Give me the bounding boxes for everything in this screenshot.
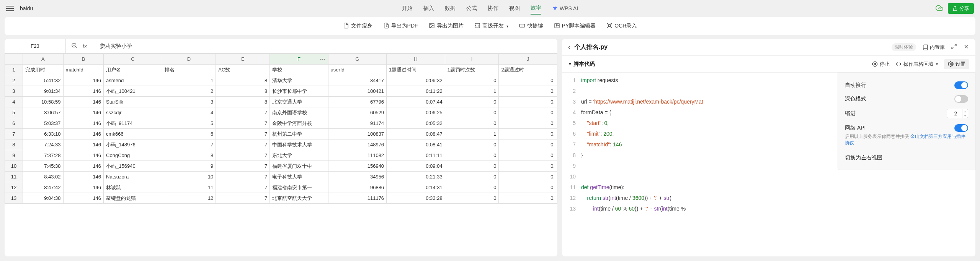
cell[interactable]: 敲键盘的龙猫	[104, 193, 162, 204]
cell[interactable]: 福建省厦门双十中	[270, 161, 328, 172]
cell[interactable]: 金陵中学河西分校	[270, 118, 328, 129]
cell[interactable]: 林诚凯	[104, 182, 162, 193]
operate-range-button[interactable]: 操作表格区域 ▾	[896, 61, 938, 68]
cell[interactable]: 5	[162, 118, 216, 129]
cell[interactable]: sszcdjr	[104, 107, 162, 118]
cell[interactable]: 96886	[328, 182, 387, 193]
header-cell[interactable]: 完成用时	[23, 65, 63, 75]
cell[interactable]: 0:	[499, 118, 557, 129]
cell[interactable]: 8:47:42	[23, 182, 63, 193]
cell[interactable]: CongCong	[104, 150, 162, 161]
cell[interactable]: 146	[63, 75, 104, 86]
tab-公式[interactable]: 公式	[466, 3, 477, 14]
cell[interactable]: 0	[445, 75, 499, 86]
cell[interactable]: 0	[445, 118, 499, 129]
cell[interactable]: 146	[63, 107, 104, 118]
cell[interactable]: 0:	[499, 161, 557, 172]
cell[interactable]: 146	[63, 150, 104, 161]
cell[interactable]: 3:06:57	[23, 107, 63, 118]
table-row[interactable]: 39:01:34146小码_10042128长沙市长郡中学1004210:11:…	[5, 86, 557, 97]
cell[interactable]: 7	[216, 129, 270, 139]
cell[interactable]: 小码_100421	[104, 86, 162, 97]
cell[interactable]: 7	[216, 193, 270, 204]
cell[interactable]: 0:08:41	[387, 139, 445, 150]
cell[interactable]: 1	[162, 75, 216, 86]
cell[interactable]: 清华大学	[270, 75, 328, 86]
toolbar-shortcut[interactable]: 快捷键	[519, 23, 543, 30]
cell[interactable]: 146	[63, 129, 104, 139]
cell[interactable]: 7	[216, 118, 270, 129]
cell[interactable]: 北京交通大学	[270, 97, 328, 107]
table-row[interactable]: 53:06:57146sszcdjr47南京外国语学校605290:06:250…	[5, 107, 557, 118]
cell[interactable]: 0	[445, 172, 499, 182]
cell[interactable]: Natsuzora	[104, 172, 162, 182]
row-header[interactable]: 8	[5, 139, 23, 150]
cell[interactable]: 6:33:10	[23, 129, 63, 139]
stop-button[interactable]: 停止	[872, 61, 890, 68]
cell[interactable]: 8:43:02	[23, 172, 63, 182]
header-cell[interactable]: 1题罚时次数	[445, 65, 499, 75]
table-header-row[interactable]: 1完成用时matchId用户名排名AC数学校userId1题通过时间1题罚时次数…	[5, 65, 557, 75]
cell[interactable]: 0:	[499, 86, 557, 97]
cell[interactable]: 8	[162, 150, 216, 161]
cell[interactable]: 10:58:59	[23, 97, 63, 107]
cell-reference-input[interactable]: F23	[5, 39, 66, 53]
cell[interactable]: StarSilk	[104, 97, 162, 107]
builtin-library-button[interactable]: 内置库	[922, 44, 945, 51]
cell[interactable]: 0	[445, 97, 499, 107]
auto-wrap-toggle[interactable]	[954, 81, 968, 89]
cell[interactable]: 0	[445, 161, 499, 172]
cell[interactable]: 0:06:32	[387, 75, 445, 86]
expand-icon[interactable]	[951, 44, 957, 51]
select-all-corner[interactable]	[5, 54, 23, 65]
formula-input[interactable]: 娄莉实验小学	[92, 43, 132, 50]
cell[interactable]: 146	[63, 86, 104, 97]
header-cell[interactable]: 学校	[270, 65, 328, 75]
row-header[interactable]: 2	[5, 75, 23, 86]
cell[interactable]: 100421	[328, 86, 387, 97]
cell[interactable]: 146	[63, 118, 104, 129]
cell[interactable]: 60529	[328, 107, 387, 118]
network-api-toggle[interactable]	[954, 124, 968, 132]
cell[interactable]: 0:32:28	[387, 193, 445, 204]
cell[interactable]: 91174	[328, 118, 387, 129]
cell[interactable]: 0	[445, 150, 499, 161]
script-section-toggle[interactable]: ▼ 脚本代码	[568, 61, 595, 68]
header-cell[interactable]: userId	[328, 65, 387, 75]
table-row[interactable]: 118:43:02146Natsuzora107电子科技大学349560:21:…	[5, 172, 557, 182]
cell[interactable]: 0	[445, 193, 499, 204]
cell[interactable]: 6	[162, 129, 216, 139]
cell[interactable]: 146	[63, 193, 104, 204]
cell[interactable]: cmk666	[104, 129, 162, 139]
header-cell[interactable]: matchId	[63, 65, 104, 75]
header-cell[interactable]: 1题通过时间	[387, 65, 445, 75]
cell[interactable]: 0	[445, 182, 499, 193]
cell[interactable]: 146	[63, 172, 104, 182]
header-cell[interactable]: 排名	[162, 65, 216, 75]
row-header[interactable]: 4	[5, 97, 23, 107]
cell[interactable]: 0:08:47	[387, 129, 445, 139]
layout-switch-button[interactable]: 切换为左右视图	[845, 151, 968, 164]
row-header[interactable]: 6	[5, 118, 23, 129]
header-cell[interactable]: 用户名	[104, 65, 162, 75]
cell[interactable]: 2	[162, 86, 216, 97]
stepper-down-icon[interactable]: ▼	[962, 113, 968, 118]
cell[interactable]: 0:05:32	[387, 118, 445, 129]
grid-container[interactable]: ABCDEF•••GHIJ 1完成用时matchId用户名排名AC数学校user…	[5, 53, 557, 256]
settings-button[interactable]: 设置	[944, 59, 969, 69]
cell[interactable]: 0:	[499, 107, 557, 118]
table-row[interactable]: 76:33:10146cmk66667杭州第二中学1008370:08:4710…	[5, 129, 557, 139]
cell[interactable]: 0:	[499, 75, 557, 86]
cell[interactable]: 福建省南安市第一	[270, 182, 328, 193]
cell[interactable]: 7:45:38	[23, 161, 63, 172]
cell[interactable]: 小码_156940	[104, 161, 162, 172]
row-header[interactable]: 7	[5, 129, 23, 139]
cell[interactable]: 12	[162, 193, 216, 204]
cell[interactable]: 长沙市长郡中学	[270, 86, 328, 97]
cell[interactable]: 0:11:22	[387, 86, 445, 97]
table-row[interactable]: 25:41:32146asmend18清华大学344170:06:3200:	[5, 75, 557, 86]
cell[interactable]: 0	[445, 139, 499, 150]
cell[interactable]: 111176	[328, 193, 387, 204]
cell[interactable]: 东北大学	[270, 150, 328, 161]
column-header-A[interactable]: A	[23, 54, 63, 65]
